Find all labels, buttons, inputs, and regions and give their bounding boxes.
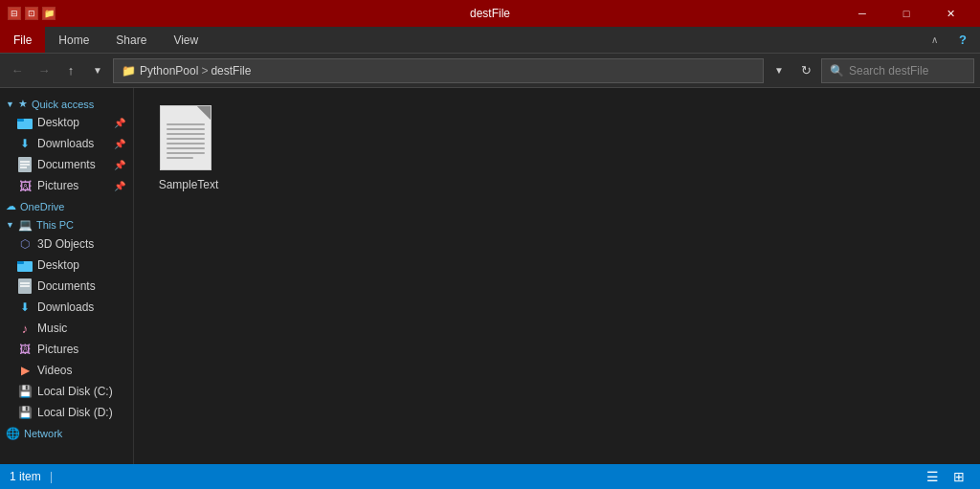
file-paper-bg: [160, 105, 212, 170]
sidebar-onedrive-header[interactable]: ☁ OneDrive: [0, 196, 133, 214]
path-separator: >: [201, 64, 208, 78]
view-grid-button[interactable]: ⊞: [947, 466, 970, 487]
forward-button[interactable]: →: [33, 59, 56, 82]
file-line-1: [167, 123, 205, 125]
search-icon: 🔍: [830, 64, 844, 78]
sidebar-item-videos[interactable]: ▶ Videos: [0, 360, 133, 381]
statusbar-right: ☰ ⊞: [921, 466, 970, 487]
sidebar-item-disk-c[interactable]: 💾 Local Disk (C:): [0, 381, 133, 402]
sidebar-label-desktop-pc: Desktop: [37, 258, 79, 272]
quick-access-star-icon: ★: [18, 98, 28, 110]
up-button[interactable]: ↑: [59, 59, 82, 82]
sidebar-label-pictures-pc: Pictures: [37, 343, 78, 356]
file-line-8: [167, 157, 193, 159]
window-controls: ─ □ ✕: [840, 0, 972, 27]
quick-access-chevron: ▼: [6, 100, 14, 109]
videos-icon: ▶: [17, 363, 33, 378]
sidebar-item-desktop-quick[interactable]: Desktop 📌: [0, 112, 133, 133]
back-button[interactable]: ←: [6, 59, 29, 82]
title-icon-red: ⊟: [8, 7, 21, 20]
file-icon-sampletext: [160, 105, 217, 174]
statusbar-count: 1 item |: [10, 470, 53, 483]
music-icon: ♪: [17, 321, 33, 336]
sidebar-label-disk-d: Local Disk (D:): [37, 406, 113, 419]
sidebar-thispc-header[interactable]: ▼ 💻 This PC: [0, 214, 133, 233]
titlebar-icons: ⊟ ⊡ 📁: [8, 7, 56, 20]
sidebar-item-desktop-pc[interactable]: Desktop: [0, 255, 133, 276]
search-input[interactable]: [849, 64, 966, 78]
title-icon-yellow: ⊡: [25, 7, 38, 20]
item-count-text: 1 item: [10, 470, 41, 483]
pictures-icon-pc: 🖼: [17, 342, 33, 357]
sidebar: ▼ ★ Quick access Desktop 📌 ⬇ Downloads 📌…: [0, 88, 134, 464]
file-item-sampletext[interactable]: SampleText: [145, 100, 232, 197]
sidebar-label-downloads-quick: Downloads: [37, 137, 94, 150]
sidebar-label-3dobjects: 3D Objects: [37, 237, 94, 251]
addressbar: ← → ↑ ▼ 📁 PythonPool > destFile ▼ ↻ 🔍: [0, 54, 980, 88]
sidebar-quick-access-header[interactable]: ▼ ★ Quick access: [0, 94, 133, 112]
sidebar-label-disk-c: Local Disk (C:): [37, 385, 113, 398]
address-dropdown-button[interactable]: ▼: [768, 59, 791, 82]
sidebar-label-music: Music: [37, 322, 67, 335]
thispc-icon: ▼: [6, 220, 14, 230]
svg-rect-7: [17, 261, 24, 264]
disk-d-icon: 💾: [17, 405, 33, 420]
folder-blue-icon: [17, 115, 33, 130]
close-button[interactable]: ✕: [928, 0, 972, 27]
recent-locations-button[interactable]: ▼: [86, 59, 109, 82]
onedrive-label: OneDrive: [20, 201, 64, 212]
statusbar-separator: |: [50, 470, 53, 483]
sidebar-item-documents-quick[interactable]: Documents 📌: [0, 154, 133, 175]
disk-c-icon: 💾: [17, 384, 33, 399]
folder-blue-icon-desktop: [17, 257, 33, 273]
pin-icon-pictures: 📌: [114, 181, 125, 191]
main-area: ▼ ★ Quick access Desktop 📌 ⬇ Downloads 📌…: [0, 88, 980, 464]
download-icon-pc: ⬇: [17, 300, 33, 315]
address-path[interactable]: 📁 PythonPool > destFile: [113, 58, 764, 83]
sidebar-item-pictures-pc[interactable]: 🖼 Pictures: [0, 339, 133, 360]
file-line-3: [167, 133, 205, 135]
sidebar-item-downloads-quick[interactable]: ⬇ Downloads 📌: [0, 133, 133, 154]
sidebar-item-pictures-quick[interactable]: 🖼 Pictures 📌: [0, 175, 133, 196]
pin-icon-desktop: 📌: [114, 118, 125, 128]
ribbon-collapse-button[interactable]: ∧: [923, 29, 946, 52]
maximize-button[interactable]: □: [884, 0, 928, 27]
svg-rect-1: [17, 119, 24, 122]
tab-home[interactable]: Home: [45, 27, 102, 53]
sidebar-item-disk-d[interactable]: 💾 Local Disk (D:): [0, 402, 133, 423]
titlebar: ⊟ ⊡ 📁 destFile ─ □ ✕: [0, 0, 980, 27]
sidebar-item-documents-pc[interactable]: Documents: [0, 276, 133, 297]
pc-icon: 💻: [18, 218, 33, 232]
sidebar-network-header[interactable]: 🌐 Network: [0, 423, 133, 442]
refresh-button[interactable]: ↻: [794, 59, 817, 82]
sidebar-label-downloads-pc: Downloads: [37, 300, 94, 314]
sidebar-item-music[interactable]: ♪ Music: [0, 318, 133, 339]
sidebar-item-downloads-pc[interactable]: ⬇ Downloads: [0, 297, 133, 318]
ribbon: File Home Share View ∧ ?: [0, 27, 980, 54]
sidebar-item-3dobjects[interactable]: ⬡ 3D Objects: [0, 233, 133, 255]
quick-access-label: Quick access: [32, 99, 94, 110]
docs-icon-pc: [17, 278, 33, 294]
pictures-icon-quick: 🖼: [17, 178, 33, 193]
network-icon: 🌐: [6, 427, 20, 440]
path-folder-icon: 📁: [122, 64, 136, 78]
file-content-area[interactable]: SampleText: [134, 88, 980, 464]
pin-icon-documents: 📌: [114, 160, 125, 170]
view-list-button[interactable]: ☰: [921, 466, 944, 487]
tab-file[interactable]: File: [0, 27, 45, 53]
sidebar-label-pictures-quick: Pictures: [37, 179, 78, 192]
file-name-sampletext: SampleText: [159, 178, 219, 191]
file-line-5: [167, 143, 205, 144]
tab-view[interactable]: View: [160, 27, 212, 53]
minimize-button[interactable]: ─: [840, 0, 884, 27]
network-label: Network: [24, 428, 62, 439]
window-title: destFile: [470, 7, 510, 20]
help-button[interactable]: ?: [951, 29, 974, 52]
search-box: 🔍: [821, 58, 974, 83]
tab-share[interactable]: Share: [102, 27, 160, 53]
statusbar: 1 item | ☰ ⊞: [0, 464, 980, 489]
sidebar-label-documents-quick: Documents: [37, 158, 96, 171]
download-icon-quick: ⬇: [17, 136, 33, 151]
file-line-4: [167, 138, 205, 140]
file-line-6: [167, 147, 205, 149]
